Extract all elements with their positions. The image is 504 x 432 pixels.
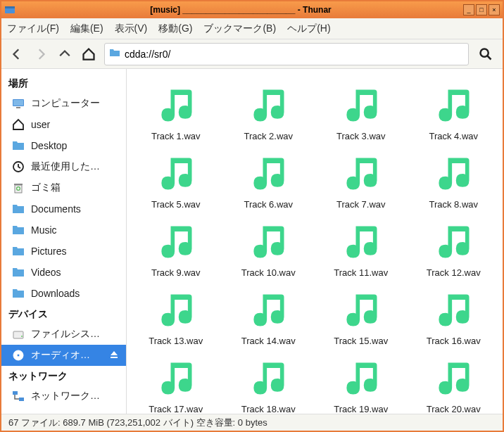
sidebar-item-label: コンピューター — [31, 97, 119, 110]
sidebar-item-label: ネットワーク… — [31, 390, 119, 402]
svg-point-12 — [21, 336, 23, 337]
sidebar-item[interactable]: ファイルシス… — [1, 324, 126, 345]
file-item[interactable]: Track 4.wav — [408, 77, 500, 144]
sidebar-item[interactable]: コンピューター — [1, 93, 126, 114]
file-item[interactable]: Track 13.wav — [130, 282, 222, 349]
music-file-icon — [339, 288, 384, 333]
status-text: 67 ファイル: 689.7 MiB (723,251,002 バイト) 空き容… — [8, 417, 267, 429]
sidebar-item[interactable]: user — [1, 114, 126, 135]
cd-icon — [11, 348, 25, 362]
music-file-icon — [246, 151, 291, 196]
menu-bookmarks[interactable]: ブックマーク(B) — [203, 23, 276, 35]
file-label: Track 2.wav — [244, 131, 293, 141]
svg-line-3 — [488, 56, 491, 59]
file-label: Track 3.wav — [336, 131, 386, 141]
file-label: Track 17.wav — [149, 404, 203, 414]
sidebar-item[interactable]: Desktop — [1, 135, 126, 156]
sidebar-item-label: ファイルシス… — [31, 328, 119, 341]
file-item[interactable]: Track 19.wav — [315, 350, 408, 414]
music-file-icon — [431, 83, 476, 128]
sidebar-item[interactable]: ゴミ箱 — [1, 177, 126, 198]
network-icon — [11, 389, 25, 403]
file-item[interactable]: Track 12.wav — [408, 214, 500, 281]
menu-file[interactable]: ファイル(F) — [7, 23, 59, 35]
music-file-icon — [339, 83, 384, 128]
sidebar-item-label: Music — [31, 224, 119, 236]
forward-button[interactable] — [32, 46, 49, 63]
eject-icon[interactable] — [109, 350, 119, 362]
clock-icon — [11, 160, 25, 174]
file-label: Track 15.wav — [334, 336, 388, 346]
file-item[interactable]: Track 16.wav — [408, 282, 500, 349]
close-button[interactable]: × — [489, 4, 500, 15]
menu-view[interactable]: 表示(V) — [115, 23, 148, 35]
sidebar-item-label: user — [31, 119, 119, 130]
window-controls: _ □ × — [463, 4, 500, 15]
sidebar-section-header: ネットワーク — [1, 366, 126, 386]
file-item[interactable]: Track 9.wav — [130, 214, 222, 281]
titlebar[interactable]: [music] ________________________ - Thuna… — [1, 1, 503, 18]
file-item[interactable]: Track 15.wav — [315, 282, 408, 349]
music-file-icon — [153, 83, 199, 128]
menu-go[interactable]: 移動(G) — [158, 23, 192, 35]
sidebar-section-header: 場所 — [1, 73, 126, 93]
file-item[interactable]: Track 8.wav — [408, 146, 500, 212]
sidebar-item-label: Pictures — [31, 246, 119, 257]
music-file-icon — [153, 220, 199, 265]
sidebar-item-label: Downloads — [31, 288, 119, 299]
folder-icon — [11, 286, 25, 300]
sidebar-item-label: 最近使用した… — [31, 160, 119, 173]
menu-help[interactable]: ヘルプ(H) — [287, 23, 330, 35]
file-item[interactable]: Track 5.wav — [130, 146, 222, 212]
menu-edit[interactable]: 編集(E) — [70, 23, 103, 35]
file-label: Track 5.wav — [151, 199, 201, 210]
folder-icon — [11, 223, 25, 237]
file-view[interactable]: Track 1.wavTrack 2.wavTrack 3.wavTrack 4… — [127, 69, 503, 414]
music-file-icon — [431, 220, 476, 265]
file-item[interactable]: Track 2.wav — [222, 77, 315, 144]
music-file-icon — [246, 288, 291, 333]
music-file-icon — [246, 356, 291, 401]
svg-rect-11 — [13, 331, 23, 338]
address-bar[interactable]: cdda://sr0/ — [104, 43, 469, 65]
maximize-button[interactable]: □ — [476, 4, 487, 15]
home-button[interactable] — [80, 46, 97, 63]
sidebar-item[interactable]: Music — [1, 220, 126, 241]
file-item[interactable]: Track 14.wav — [222, 282, 315, 349]
file-item[interactable]: Track 1.wav — [130, 77, 222, 144]
minimize-button[interactable]: _ — [463, 4, 474, 15]
sidebar-item[interactable]: Videos — [1, 262, 126, 283]
file-item[interactable]: Track 17.wav — [130, 350, 222, 414]
sidebar-item[interactable]: Pictures — [1, 241, 126, 262]
file-item[interactable]: Track 3.wav — [315, 77, 408, 144]
svg-point-2 — [481, 49, 489, 56]
sidebar-item[interactable]: ネットワーク… — [1, 386, 126, 407]
svg-rect-5 — [13, 100, 23, 106]
disk-icon — [11, 327, 25, 341]
file-item[interactable]: Track 7.wav — [315, 146, 408, 212]
music-file-icon — [153, 356, 199, 401]
up-button[interactable] — [56, 46, 73, 63]
sidebar-item[interactable]: Downloads — [1, 283, 126, 304]
music-file-icon — [431, 151, 476, 196]
sidebar-item-label: Videos — [31, 267, 119, 278]
sidebar-item[interactable]: Documents — [1, 198, 126, 220]
file-item[interactable]: Track 10.wav — [222, 214, 315, 281]
file-item[interactable]: Track 20.wav — [408, 350, 500, 414]
svg-rect-15 — [13, 391, 18, 395]
file-item[interactable]: Track 6.wav — [222, 146, 315, 212]
file-item[interactable]: Track 18.wav — [222, 350, 315, 414]
sidebar-item-label: オーディオ… — [31, 349, 103, 362]
file-item[interactable]: Track 11.wav — [315, 214, 408, 281]
svg-rect-6 — [16, 107, 20, 108]
sidebar-item[interactable]: 最近使用した… — [1, 156, 126, 177]
file-label: Track 1.wav — [151, 131, 201, 141]
music-file-icon — [246, 83, 291, 128]
sidebar-item[interactable]: オーディオ… — [1, 345, 126, 366]
address-path: cdda://sr0/ — [125, 49, 170, 60]
search-button[interactable] — [476, 44, 496, 64]
file-label: Track 9.wav — [151, 267, 201, 278]
sidebar-item-label: ゴミ箱 — [31, 182, 119, 194]
svg-rect-9 — [14, 184, 23, 185]
back-button[interactable] — [8, 46, 25, 63]
